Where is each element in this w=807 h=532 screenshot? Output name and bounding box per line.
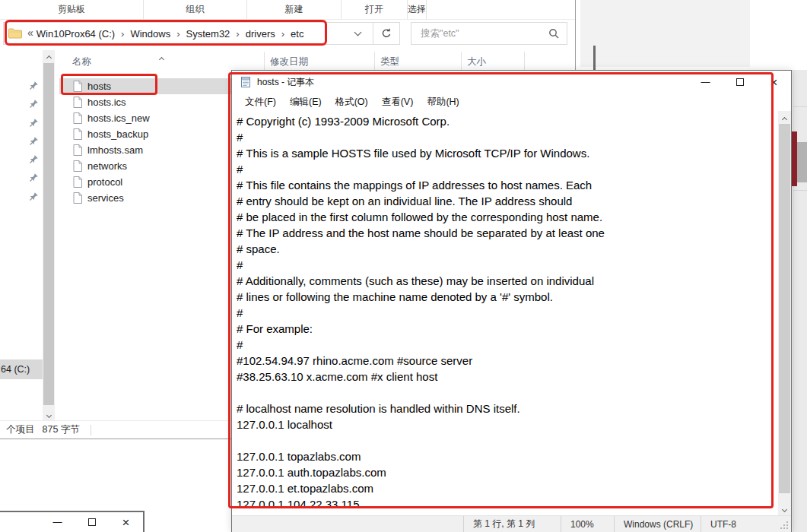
breadcrumb-item[interactable]: Win10Prox64 (C:) xyxy=(37,28,115,40)
notepad-window: hosts - 记事本 — × 文件(F)编辑(E)格式(O)查看(V)帮助(H… xyxy=(231,70,792,532)
file-icon xyxy=(73,192,82,204)
minimize-button[interactable]: — xyxy=(40,512,75,532)
scroll-down-icon[interactable] xyxy=(778,510,791,511)
file-icon xyxy=(73,176,82,188)
text-line: 127.0.0.1 et.topazlabs.com xyxy=(237,480,778,496)
text-line: # This file contains the mappings of IP … xyxy=(237,177,778,193)
text-line: #38.25.63.10 x.acme.com #x client host xyxy=(237,369,778,385)
text-line xyxy=(237,385,778,401)
notepad-scrollbar[interactable] xyxy=(778,111,791,515)
breadcrumb-item[interactable]: System32 xyxy=(186,28,230,40)
text-line: 127.0.0.1 auth.topazlabs.com xyxy=(237,464,778,480)
scroll-up-icon[interactable] xyxy=(778,115,791,122)
notepad-menu-bar: 文件(F)编辑(E)格式(O)查看(V)帮助(H) xyxy=(232,93,791,111)
text-line: # localhost name resolution is handled w… xyxy=(237,401,778,416)
file-icon xyxy=(73,160,82,172)
nav-pane-scrollbar[interactable] xyxy=(43,50,55,420)
text-editor-area[interactable]: # Copyright (c) 1993-2009 Microsoft Corp… xyxy=(233,111,778,515)
column-divider[interactable] xyxy=(461,52,462,71)
file-row[interactable]: hosts.ics xyxy=(59,94,231,110)
column-header-name[interactable]: 名称 xyxy=(72,55,91,68)
divider xyxy=(91,425,91,435)
text-line: # For example: xyxy=(237,321,778,337)
column-divider[interactable] xyxy=(374,52,375,71)
file-icon xyxy=(73,97,82,108)
resize-grip[interactable] xyxy=(777,516,791,532)
column-header-size[interactable]: 大小 xyxy=(467,55,486,68)
folder-icon xyxy=(8,28,22,39)
notepad-status-bar: 第 1 行, 第 1 列 100% Windows (CRLF) UTF-8 xyxy=(232,515,791,532)
breadcrumb-item[interactable]: Windows xyxy=(130,28,170,40)
column-header-type[interactable]: 类型 xyxy=(380,55,399,68)
ribbon-group-label[interactable]: 打开 xyxy=(342,0,408,19)
nav-scrollbar-thumb[interactable] xyxy=(43,63,54,405)
scroll-up-icon[interactable] xyxy=(43,53,55,60)
file-row[interactable]: services xyxy=(59,190,231,206)
text-line: # space. xyxy=(237,241,778,257)
pin-icon xyxy=(29,173,43,191)
notepad-title-bar[interactable]: hosts - 记事本 — × xyxy=(232,71,791,93)
notepad-scrollbar-thumb[interactable] xyxy=(779,124,790,493)
text-line: # be placed in the first column followed… xyxy=(237,209,778,225)
file-row[interactable]: protocol xyxy=(59,174,231,190)
breadcrumb-collapse-glyph[interactable]: « xyxy=(27,27,33,39)
maximize-button[interactable] xyxy=(723,71,757,93)
text-line: # Copyright (c) 1993-2009 Microsoft Corp… xyxy=(237,113,778,129)
file-row[interactable]: networks xyxy=(59,158,231,174)
menu-item[interactable]: 编辑(E) xyxy=(283,96,329,109)
file-row[interactable]: hosts xyxy=(59,78,231,94)
file-name: lmhosts.sam xyxy=(87,144,143,156)
ribbon-group-label[interactable]: 组织 xyxy=(144,0,247,19)
pin-icon xyxy=(29,154,43,173)
file-name: networks xyxy=(87,160,127,172)
file-row[interactable]: lmhosts.sam xyxy=(59,142,231,158)
menu-item[interactable]: 文件(F) xyxy=(238,96,283,109)
text-line: # xyxy=(237,161,778,177)
menu-item[interactable]: 查看(V) xyxy=(375,96,421,109)
close-button[interactable]: × xyxy=(757,71,791,93)
text-line: # xyxy=(237,257,778,273)
file-icon xyxy=(73,81,82,92)
minimize-icon: — xyxy=(701,77,710,87)
file-row[interactable]: hosts_backup xyxy=(59,126,231,142)
chevron-down-icon xyxy=(354,29,361,36)
background-window-panel xyxy=(580,0,750,67)
ribbon-group-bar: 剪贴板组织新建打开选择 xyxy=(0,0,575,20)
text-line: 127.0.0.1 104.22.33.115 xyxy=(237,496,778,512)
file-name: hosts.ics_new xyxy=(87,112,150,124)
text-line: #102.54.94.97 rhino.acme.com #source ser… xyxy=(237,353,778,369)
ribbon-group-label[interactable]: 选择 xyxy=(408,0,427,19)
size-label: 875 字节 xyxy=(43,423,80,436)
search-input[interactable]: 搜索"etc" xyxy=(411,22,567,45)
breadcrumb-chevron-icon: › xyxy=(176,28,180,40)
column-divider[interactable] xyxy=(524,52,525,71)
text-line: # xyxy=(237,337,778,353)
column-header-date[interactable]: 修改日期 xyxy=(270,55,308,68)
minimize-button[interactable]: — xyxy=(688,71,723,93)
breadcrumb-item[interactable]: etc xyxy=(291,28,303,40)
close-button[interactable]: × xyxy=(109,512,143,532)
sidebar-item-drive-c[interactable]: 64 (C:) xyxy=(0,359,43,379)
refresh-button[interactable] xyxy=(373,23,399,44)
ribbon-group-label[interactable]: 剪贴板 xyxy=(0,0,144,19)
maximize-button[interactable] xyxy=(75,512,109,532)
menu-item[interactable]: 格式(O) xyxy=(329,96,375,109)
scroll-down-icon[interactable] xyxy=(43,416,55,417)
pin-icon xyxy=(29,118,43,136)
text-line: # xyxy=(237,305,778,321)
file-icon xyxy=(73,112,82,124)
file-row[interactable]: hosts.ics_new xyxy=(59,110,231,126)
text-line: 127.0.0.1 localhost xyxy=(237,416,778,432)
search-icon[interactable] xyxy=(548,28,559,39)
address-dropdown-button[interactable] xyxy=(342,23,373,44)
address-bar: « › Win10Prox64 (C:) › Windows › System3… xyxy=(0,20,575,48)
pin-icon xyxy=(29,136,43,154)
line-ending: Windows (CRLF) xyxy=(614,516,701,532)
ribbon-group-label[interactable]: 新建 xyxy=(247,0,342,19)
breadcrumb: › Win10Prox64 (C:) › Windows › System32 … xyxy=(37,28,304,40)
breadcrumb-item[interactable]: drivers xyxy=(246,28,275,40)
column-divider[interactable] xyxy=(264,52,265,71)
menu-item[interactable]: 帮助(H) xyxy=(420,96,465,109)
breadcrumb-control[interactable]: « › Win10Prox64 (C:) › Windows › System3… xyxy=(3,22,400,45)
file-icon xyxy=(73,128,82,140)
